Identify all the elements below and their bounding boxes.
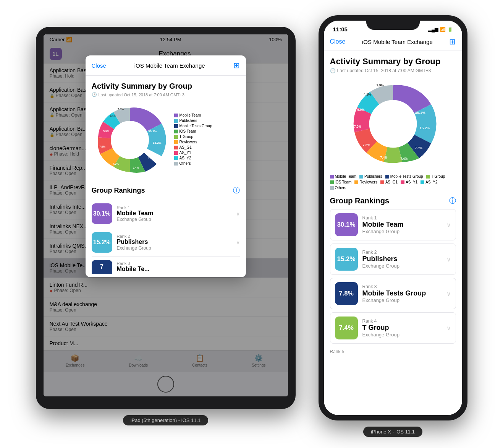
svg-text:7.2%: 7.2% <box>362 143 370 147</box>
donut-chart: 30.1% 15.2% 7.8% 7.4% 7.2% 7.0% 5.9% 4.1… <box>92 102 168 178</box>
svg-text:4.1%: 4.1% <box>364 93 371 96</box>
iphone-rank-number-4: Rank 4 <box>362 318 442 324</box>
modal-close-button[interactable]: Close <box>92 62 106 69</box>
iphone-section-title: Activity Summary by Group <box>330 57 456 67</box>
svg-text:4.1%: 4.1% <box>110 115 116 117</box>
iphone-rank-name-1: Mobile Team <box>362 221 442 229</box>
legend-item: Publishers <box>174 118 212 123</box>
iphone-rank-info-2: Rank 2 Publishers Exchange Group <box>362 250 442 269</box>
chevron-down-icon: ∨ <box>446 290 451 297</box>
rank-badge-2: 15.2% <box>92 232 112 253</box>
iphone-rank-info-1: Rank 1 Mobile Team Exchange Group <box>362 215 442 234</box>
rank-number-1: Rank 1 <box>117 205 231 210</box>
iphone-rank-number-1: Rank 1 <box>362 215 442 221</box>
rank-name-3: Mobile Te... <box>117 266 240 273</box>
iphone-nav-bar: Close iOS Mobile Team Exchange ⊞ <box>324 34 462 50</box>
legend-item: Mobile Team <box>174 113 212 117</box>
iphone-grid-icon[interactable]: ⊞ <box>449 37 456 46</box>
ipad-label: iPad (5th generation) - iOS 11.1 <box>123 415 209 425</box>
legend-others: Others <box>330 186 346 190</box>
iphone-donut-svg: 30.1% 15.2% 7.8% 7.4% 7.4% 7.2% 7.0% 5.9… <box>347 78 439 170</box>
iphone-rank-item-4[interactable]: 7.4% Rank 4 T Group Exchange Group ∨ <box>330 312 456 344</box>
legend-mobile-team: Mobile Team <box>330 174 357 179</box>
legend-item: AS_G1 <box>174 145 212 149</box>
rank-type-1: Exchange Group <box>117 217 231 222</box>
legend-item: Others <box>174 161 212 166</box>
iphone-info-icon[interactable]: ⓘ <box>449 196 456 205</box>
ipad-device: Carrier 📶 12:54 PM 100% 1L Exchanges App… <box>36 27 296 425</box>
iphone-rank-info-3: Rank 3 Mobile Tests Group Exchange Group <box>362 284 442 303</box>
iphone-clock-icon: 🕐 <box>330 68 336 73</box>
iphone-rank-number-2: Rank 2 <box>362 250 442 255</box>
iphone-status-right: ▂▄▆ 📶 🔋 <box>428 27 453 32</box>
iphone-chart-area: 30.1% 15.2% 7.8% 7.4% 7.4% 7.2% 7.0% 5.9… <box>330 78 456 170</box>
iphone-device: 11:05 ▂▄▆ 📶 🔋 Close iOS Mobile Team Exch… <box>319 15 467 437</box>
svg-point-10 <box>369 100 417 148</box>
iphone-signal-icon: ▂▄▆ <box>428 27 438 32</box>
chevron-down-icon: ∨ <box>236 211 240 217</box>
rank-5-hint: Rank 5 <box>330 347 456 357</box>
iphone-rankings-header: Group Rankings ⓘ <box>330 196 456 205</box>
rank-number-3: Rank 3 <box>117 261 240 266</box>
iphone-rank-type-3: Exchange Group <box>362 297 442 303</box>
iphone-rank-badge-1: 30.1% <box>335 213 358 236</box>
iphone-chart-legend: Mobile Team Publishers Mobile Tests Grou… <box>330 174 456 190</box>
legend-item: T Group <box>174 135 212 139</box>
iphone-rank-badge-3: 7.8% <box>335 282 358 305</box>
iphone-screen: 11:05 ▂▄▆ 📶 🔋 Close iOS Mobile Team Exch… <box>324 21 462 415</box>
legend-ios-team: iOS Team <box>330 180 352 184</box>
donut-svg: 30.1% 15.2% 7.8% 7.4% 7.2% 7.0% 5.9% 4.1… <box>92 102 168 178</box>
svg-point-0 <box>111 121 149 159</box>
rank-badge-1: 30.1% <box>92 203 112 224</box>
iphone-notch <box>366 21 420 30</box>
iphone-label: iPhone X - iOS 11.1 <box>363 427 422 437</box>
modal-grid-icon[interactable]: ⊞ <box>233 61 240 70</box>
ipad-modal: Close iOS Mobile Team Exchange ⊞ Activit… <box>86 55 246 277</box>
legend-item: iOS Team <box>174 129 212 133</box>
modal-last-updated: 🕐 Last updated Oct 15, 2018 at 7:00 AM G… <box>92 92 240 97</box>
iphone-rank-name-4: T Group <box>362 324 442 332</box>
iphone-rank-item-1[interactable]: 30.1% Rank 1 Mobile Team Exchange Group … <box>330 209 456 240</box>
rank-type-2: Exchange Group <box>117 245 231 251</box>
chart-area: 30.1% 15.2% 7.8% 7.4% 7.2% 7.0% 5.9% 4.1… <box>92 102 240 178</box>
rank-info-3: Rank 3 Mobile Te... <box>117 261 240 273</box>
info-icon[interactable]: ⓘ <box>233 186 240 195</box>
rank-name-1: Mobile Team <box>117 210 231 217</box>
svg-text:30.1%: 30.1% <box>148 130 157 133</box>
modal-section-title: Activity Summary by Group <box>92 82 240 91</box>
rank-item-3-partial[interactable]: 7 Rank 3 Mobile Te... <box>92 257 240 277</box>
legend-item: Reviewers <box>174 140 212 144</box>
svg-text:7.8%: 7.8% <box>415 146 422 150</box>
svg-text:30.1%: 30.1% <box>415 110 425 115</box>
iphone-nav-title: iOS Mobile Team Exchange <box>362 39 433 45</box>
svg-text:7.9%: 7.9% <box>376 83 384 87</box>
iphone-rank-type-1: Exchange Group <box>362 229 442 234</box>
legend-reviewers: Reviewers <box>354 180 377 184</box>
rank-info-2: Rank 2 Publishers Exchange Group <box>117 234 231 251</box>
legend-mobile-tests-group: Mobile Tests Group <box>385 174 423 179</box>
svg-text:7.4%: 7.4% <box>133 166 139 169</box>
iphone-rank-type-4: Exchange Group <box>362 332 442 338</box>
iphone-rank-item-3[interactable]: 7.8% Rank 3 Mobile Tests Group Exchange … <box>330 278 456 309</box>
iphone-close-button[interactable]: Close <box>330 38 346 45</box>
legend-item: Mobile Tests Group <box>174 124 212 128</box>
iphone-rankings-title: Group Rankings <box>330 196 390 205</box>
iphone-rank-name-2: Publishers <box>362 255 442 263</box>
svg-text:7.4%: 7.4% <box>380 156 388 159</box>
rank-item-2[interactable]: 15.2% Rank 2 Publishers Exchange Group ∨ <box>92 228 240 257</box>
iphone-rank-info-4: Rank 4 T Group Exchange Group <box>362 318 442 338</box>
clock-icon: 🕐 <box>92 92 97 97</box>
svg-text:7.0%: 7.0% <box>354 125 362 128</box>
chevron-down-icon: ∨ <box>446 221 451 229</box>
legend-as-g1: AS_G1 <box>380 180 398 184</box>
iphone-rank-number-3: Rank 3 <box>362 284 442 289</box>
iphone-time: 11:05 <box>333 26 348 32</box>
rank-badge-3: 7 <box>92 260 112 274</box>
iphone-last-updated: 🕐 Last updated Oct 15, 2018 at 7:00 AM G… <box>330 68 456 73</box>
rankings-title: Group Rankings <box>92 187 145 195</box>
modal-title: iOS Mobile Team Exchange <box>134 62 205 69</box>
rank-item-1[interactable]: 30.1% Rank 1 Mobile Team Exchange Group … <box>92 200 240 228</box>
iphone-rank-item-2[interactable]: 15.2% Rank 2 Publishers Exchange Group ∨ <box>330 243 456 275</box>
legend-as-y1: AS_Y1 <box>401 180 417 184</box>
svg-text:7.2%: 7.2% <box>113 162 119 165</box>
